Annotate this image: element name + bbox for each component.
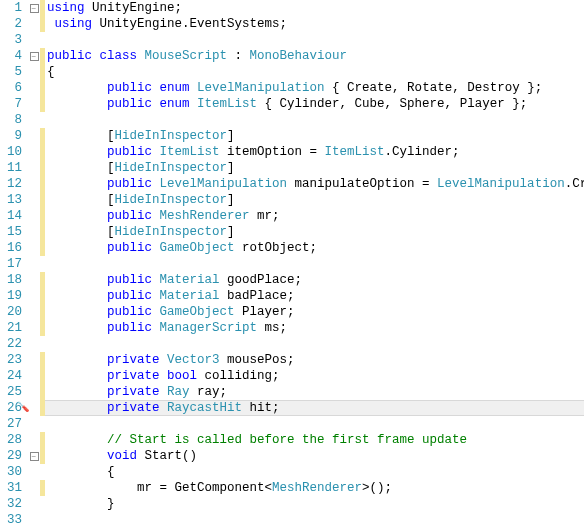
code-line[interactable]: [HideInInspector] bbox=[45, 224, 584, 240]
code-line[interactable]: public Material goodPlace; bbox=[45, 272, 584, 288]
code-line[interactable] bbox=[45, 416, 584, 432]
code-line[interactable]: { bbox=[45, 64, 584, 80]
fold-cell[interactable]: − bbox=[28, 48, 40, 64]
token-id: ] bbox=[227, 129, 235, 143]
fold-cell[interactable]: − bbox=[28, 0, 40, 16]
code-line[interactable]: public enum ItemList { Cylinder, Cube, S… bbox=[45, 96, 584, 112]
token-kw: private bbox=[107, 385, 160, 399]
line-number: 15 bbox=[0, 224, 22, 240]
fold-cell bbox=[28, 480, 40, 496]
line-number: 18 bbox=[0, 272, 22, 288]
code-line[interactable]: void Start() bbox=[45, 448, 584, 464]
token-type: HideInInspector bbox=[115, 193, 228, 207]
code-line[interactable]: 🪛 private RaycastHit hit; bbox=[45, 400, 584, 416]
token-kw: enum bbox=[160, 81, 190, 95]
code-line[interactable]: [HideInInspector] bbox=[45, 160, 584, 176]
token-type: GameObject bbox=[160, 305, 235, 319]
token-id: [ bbox=[47, 129, 115, 143]
token-type: RaycastHit bbox=[167, 401, 242, 415]
code-line[interactable] bbox=[45, 512, 584, 527]
fold-cell bbox=[28, 160, 40, 176]
code-editor[interactable]: 1234567891011121314151617181920212223242… bbox=[0, 0, 584, 527]
token-id bbox=[47, 81, 107, 95]
line-number: 25 bbox=[0, 384, 22, 400]
line-number: 23 bbox=[0, 352, 22, 368]
fold-column[interactable]: −−− bbox=[28, 0, 40, 527]
line-number: 3 bbox=[0, 32, 22, 48]
code-line[interactable]: public ItemList itemOption = ItemList.Cy… bbox=[45, 144, 584, 160]
token-id: .Create; bbox=[565, 177, 584, 191]
token-id: { bbox=[47, 65, 55, 79]
token-type: MeshRenderer bbox=[272, 481, 362, 495]
code-area[interactable]: using UnityEngine; using UnityEngine.Eve… bbox=[45, 0, 584, 527]
token-kw: enum bbox=[160, 97, 190, 111]
code-line[interactable]: public class MouseScript : MonoBehaviour bbox=[45, 48, 584, 64]
code-line[interactable]: // Start is called before the first fram… bbox=[45, 432, 584, 448]
token-id bbox=[152, 321, 160, 335]
code-line[interactable] bbox=[45, 112, 584, 128]
line-number: 19 bbox=[0, 288, 22, 304]
code-line[interactable]: private bool colliding; bbox=[45, 368, 584, 384]
token-id: ] bbox=[227, 161, 235, 175]
code-line[interactable]: } bbox=[45, 496, 584, 512]
code-line[interactable]: public GameObject rotObject; bbox=[45, 240, 584, 256]
token-id: UnityEngine; bbox=[85, 1, 183, 15]
screwdriver-icon[interactable]: 🪛 bbox=[17, 401, 29, 415]
fold-cell bbox=[28, 464, 40, 480]
token-type: ItemList bbox=[160, 145, 220, 159]
line-number: 5 bbox=[0, 64, 22, 80]
line-number: 10 bbox=[0, 144, 22, 160]
code-line[interactable]: public GameObject Player; bbox=[45, 304, 584, 320]
code-line[interactable]: { bbox=[45, 464, 584, 480]
code-line[interactable]: mr = GetComponent<MeshRenderer>(); bbox=[45, 480, 584, 496]
code-line[interactable]: public MeshRenderer mr; bbox=[45, 208, 584, 224]
token-id bbox=[47, 433, 107, 447]
code-line[interactable]: [HideInInspector] bbox=[45, 192, 584, 208]
token-id bbox=[47, 369, 107, 383]
token-id: UnityEngine.EventSystems; bbox=[92, 17, 287, 31]
token-id bbox=[152, 305, 160, 319]
token-kw: public bbox=[107, 209, 152, 223]
token-type: MeshRenderer bbox=[160, 209, 250, 223]
fold-toggle-icon[interactable]: − bbox=[30, 52, 39, 61]
code-line[interactable]: using UnityEngine.EventSystems; bbox=[45, 16, 584, 32]
token-id bbox=[152, 97, 160, 111]
token-id bbox=[47, 321, 107, 335]
token-kw: using bbox=[55, 17, 93, 31]
line-number: 30 bbox=[0, 464, 22, 480]
code-line[interactable]: public ManagerScript ms; bbox=[45, 320, 584, 336]
token-id: mousePos; bbox=[220, 353, 295, 367]
code-line[interactable]: private Vector3 mousePos; bbox=[45, 352, 584, 368]
fold-cell[interactable]: − bbox=[28, 448, 40, 464]
line-number: 14 bbox=[0, 208, 22, 224]
fold-cell bbox=[28, 144, 40, 160]
token-id bbox=[137, 49, 145, 63]
code-line[interactable]: public LevelManipulation manipulateOptio… bbox=[45, 176, 584, 192]
fold-toggle-icon[interactable]: − bbox=[30, 452, 39, 461]
line-number: 12 bbox=[0, 176, 22, 192]
token-id bbox=[160, 385, 168, 399]
fold-toggle-icon[interactable]: − bbox=[30, 4, 39, 13]
token-id: { bbox=[47, 465, 115, 479]
token-kw: void bbox=[107, 449, 137, 463]
token-id bbox=[152, 177, 160, 191]
token-kw: private bbox=[107, 369, 160, 383]
token-id bbox=[152, 145, 160, 159]
code-line[interactable]: [HideInInspector] bbox=[45, 128, 584, 144]
fold-cell bbox=[28, 320, 40, 336]
token-id: colliding; bbox=[197, 369, 280, 383]
code-line[interactable]: public Material badPlace; bbox=[45, 288, 584, 304]
code-line[interactable]: private Ray ray; bbox=[45, 384, 584, 400]
token-id: hit; bbox=[242, 401, 280, 415]
token-id bbox=[47, 401, 107, 415]
fold-cell bbox=[28, 384, 40, 400]
code-line[interactable] bbox=[45, 336, 584, 352]
code-line[interactable]: using UnityEngine; bbox=[45, 0, 584, 16]
code-line[interactable] bbox=[45, 32, 584, 48]
token-kw: public bbox=[107, 145, 152, 159]
token-type: LevelManipulation bbox=[197, 81, 325, 95]
token-kw: private bbox=[107, 401, 160, 415]
code-line[interactable]: public enum LevelManipulation { Create, … bbox=[45, 80, 584, 96]
code-line[interactable] bbox=[45, 256, 584, 272]
token-type: MonoBehaviour bbox=[250, 49, 348, 63]
